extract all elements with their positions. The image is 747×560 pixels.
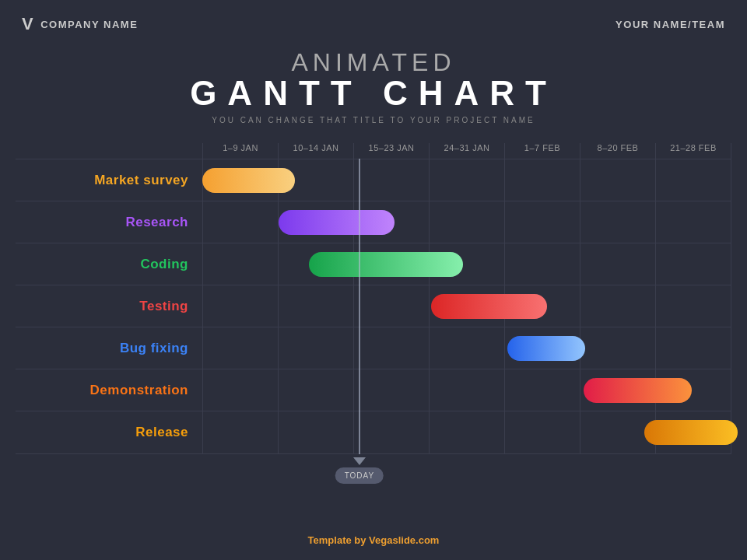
row-label-6: Release [16,425,202,440]
cell-4-0 [202,327,279,369]
cell-5-4 [505,369,580,411]
cell-6-4 [505,411,580,453]
gantt-row-0: Market survey [16,159,731,201]
gantt-row-4: Bug fixing [16,327,731,369]
cell-2-5 [580,243,656,285]
cell-1-6 [656,201,731,243]
cell-3-2 [354,285,430,327]
gantt-row-5: Demonstration [16,369,731,411]
gantt-rows: Market surveyResearchCodingTestingBug fi… [16,159,731,454]
col-header-1: 10–14 JAN [279,143,354,159]
row-label-0: Market survey [16,173,202,188]
cell-3-6 [656,285,731,327]
cell-3-5 [580,285,656,327]
cell-5-2 [354,369,430,411]
row-cells-1 [202,201,731,243]
cell-0-2 [354,159,430,201]
cell-4-1 [279,327,354,369]
gantt-row-2: Coding [16,243,731,285]
gantt-bar-3 [431,294,547,319]
cell-4-6 [656,327,731,369]
cell-6-3 [430,411,505,453]
cell-0-4 [505,159,580,201]
v-logo: V [22,14,34,34]
title-gantt: GANTT CHART [0,74,747,113]
cell-5-0 [202,369,279,411]
row-label-4: Bug fixing [16,341,202,356]
cell-3-1 [279,285,354,327]
gantt-bar-1 [279,210,395,235]
row-cells-2 [202,243,731,285]
gantt-bar-6 [644,420,737,445]
cell-2-0 [202,243,279,285]
title-subtitle: YOU CAN CHANGE THAT TITLE TO YOUR PROJEC… [0,116,747,124]
gantt-bar-5 [584,378,692,403]
company-name-section: V COMPANY NAME [22,14,138,34]
chart-container: 1–9 JAN10–14 JAN15–23 JAN24–31 JAN1–7 FE… [16,143,731,454]
cell-6-1 [279,411,354,453]
col-header-0: 1–9 JAN [202,143,279,159]
gantt-row-6: Release [16,411,731,453]
footer-text: Template by [308,534,370,546]
col-header-4: 1–7 FEB [505,143,580,159]
row-label-2: Coding [16,257,202,272]
gantt-bar-0 [202,168,295,193]
cell-4-2 [354,327,430,369]
row-label-3: Testing [16,299,202,314]
cell-1-4 [505,201,580,243]
footer-brand: Vegaslide.com [369,534,439,546]
cell-1-0 [202,201,279,243]
row-cells-0 [202,159,731,201]
company-name-label: COMPANY NAME [40,19,138,30]
col-header-3: 24–31 JAN [430,143,505,159]
today-line: TODAY [359,159,360,454]
today-arrow [353,457,366,465]
today-marker: TODAY [335,467,384,484]
cell-5-1 [279,369,354,411]
cell-5-3 [430,369,505,411]
cell-3-0 [202,285,279,327]
cell-0-3 [430,159,505,201]
gantt-bar-2 [309,252,463,277]
cell-1-3 [430,201,505,243]
cell-4-3 [430,327,505,369]
footer: Template by Vegaslide.com [0,534,747,546]
row-cells-4 [202,327,731,369]
cell-0-6 [656,159,731,201]
col-header-5: 8–20 FEB [580,143,656,159]
gantt-row-3: Testing [16,285,731,327]
row-label-5: Demonstration [16,383,202,398]
row-label-1: Research [16,215,202,230]
cell-6-2 [354,411,430,453]
row-cells-5 [202,369,731,411]
cell-6-0 [202,411,279,453]
title-animated: ANIMATED [0,48,747,77]
col-header-2: 15–23 JAN [354,143,430,159]
your-name-label: YOUR NAME/TEAM [615,19,725,30]
title-section: ANIMATED GANTT CHART YOU CAN CHANGE THAT… [0,34,747,132]
column-headers: 1–9 JAN10–14 JAN15–23 JAN24–31 JAN1–7 FE… [202,143,731,159]
cell-1-5 [580,201,656,243]
gantt-bar-4 [507,336,585,361]
cell-2-4 [505,243,580,285]
row-cells-6 [202,411,731,453]
col-header-6: 21–28 FEB [656,143,731,159]
gantt-row-1: Research [16,201,731,243]
row-cells-3 [202,285,731,327]
cell-4-5 [580,327,656,369]
cell-0-5 [580,159,656,201]
cell-2-6 [656,243,731,285]
